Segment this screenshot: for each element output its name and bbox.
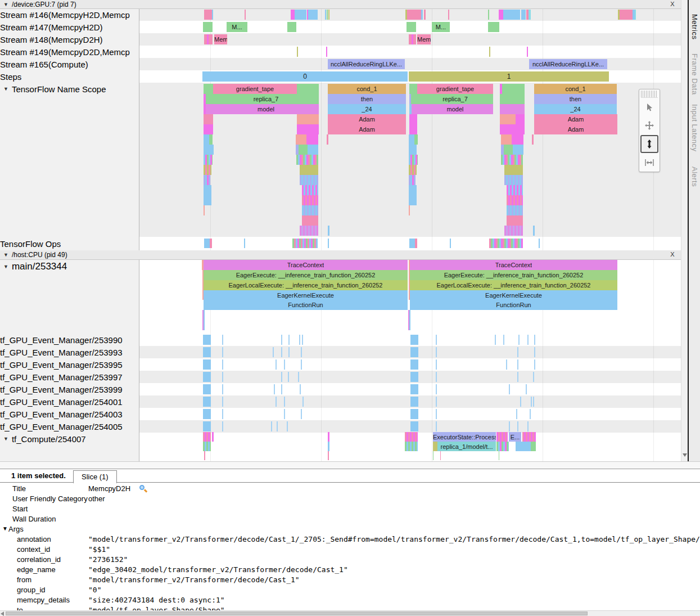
trace-event-tick[interactable]	[301, 347, 302, 357]
trace-event[interactable]: 1	[409, 71, 609, 82]
trace-event-tick[interactable]	[533, 397, 534, 407]
trace-event-tick[interactable]	[287, 421, 288, 431]
trace-event-tick[interactable]	[302, 397, 304, 407]
trace-event-tick[interactable]	[527, 421, 529, 431]
trace-event[interactable]	[409, 165, 417, 175]
trace-event[interactable]	[499, 451, 499, 460]
trace-event[interactable]	[326, 47, 327, 57]
trace-event[interactable]	[295, 10, 306, 20]
trace-event-tick[interactable]	[436, 347, 437, 357]
trace-event[interactable]	[297, 47, 298, 57]
trace-event[interactable]	[496, 432, 508, 442]
trace-event-tick[interactable]	[288, 335, 290, 345]
trace-event[interactable]: ExecutorState::Process	[433, 432, 496, 442]
trace-event[interactable]	[488, 22, 499, 32]
trace-event[interactable]	[440, 451, 441, 460]
trace-event[interactable]	[328, 442, 329, 451]
gpu-section-header[interactable]: ▼ /device:GPU:7 (pid 7) X	[0, 0, 681, 9]
trace-event[interactable]	[204, 195, 211, 205]
trace-event[interactable]	[203, 22, 213, 32]
trace-event[interactable]: ncclAllReduceRingLLKe...	[328, 59, 405, 69]
trace-event[interactable]	[412, 104, 417, 114]
trace-event[interactable]	[501, 134, 512, 145]
trace-event[interactable]	[504, 226, 523, 236]
trace-event[interactable]	[328, 226, 329, 236]
trace-event[interactable]	[410, 384, 418, 394]
trace-event-tick[interactable]	[534, 347, 535, 357]
trace-event-tick[interactable]	[530, 409, 531, 419]
trace-event[interactable]	[529, 10, 531, 20]
trace-event[interactable]	[203, 335, 211, 345]
trace-event-tick[interactable]	[517, 372, 518, 382]
trace-event-tick[interactable]	[436, 359, 437, 370]
trace-event[interactable]	[204, 155, 213, 165]
trace-event[interactable]	[300, 165, 318, 175]
trace-event[interactable]: then	[534, 94, 617, 104]
collapse-arrow-icon[interactable]: ▼	[3, 264, 8, 269]
trace-event-tick[interactable]	[436, 372, 437, 382]
trace-event-tick[interactable]	[527, 335, 529, 345]
close-icon[interactable]: X	[669, 251, 676, 258]
trace-event[interactable]	[421, 10, 423, 20]
trace-event[interactable]	[415, 239, 417, 248]
trace-event[interactable]	[499, 10, 503, 20]
tab-slice[interactable]: Slice (1)	[73, 470, 117, 483]
trace-event[interactable]: Adam	[534, 114, 617, 124]
trace-event[interactable]	[410, 347, 418, 357]
trace-event[interactable]	[300, 226, 318, 236]
trace-event-tick[interactable]	[222, 372, 223, 382]
scrollbar-thumb[interactable]	[6, 611, 588, 615]
trace-event-tick[interactable]	[534, 359, 535, 370]
trace-event-tick[interactable]	[495, 335, 496, 345]
collapse-arrow-icon[interactable]: ▼	[3, 252, 8, 258]
collapse-arrow-icon[interactable]: ▼	[3, 2, 8, 7]
trace-event-tick[interactable]	[284, 409, 285, 419]
vertical-scrollbar[interactable]	[681, 0, 688, 461]
scroll-left-arrow-icon[interactable]	[1, 611, 4, 616]
trace-event[interactable]: gradient_tape	[417, 84, 493, 94]
trace-event[interactable]	[328, 451, 329, 460]
trace-event[interactable]	[203, 397, 211, 407]
trace-event[interactable]	[411, 94, 417, 104]
trace-event[interactable]	[210, 239, 212, 248]
trace-event-tick[interactable]	[301, 359, 302, 370]
trace-event[interactable]	[410, 421, 418, 431]
trace-event[interactable]: EagerLocalExecute: __inference_train_fun…	[204, 280, 408, 290]
trace-event-tick[interactable]	[276, 397, 277, 407]
trace-event-tick[interactable]	[276, 359, 277, 370]
trace-event[interactable]	[507, 185, 523, 195]
trace-event[interactable]	[450, 239, 451, 248]
trace-event-tick[interactable]	[281, 372, 282, 382]
trace-event[interactable]: ncclAllReduceRingLLKe...	[529, 59, 607, 69]
trace-event[interactable]	[296, 155, 318, 165]
trace-event[interactable]	[448, 10, 449, 20]
trace-event[interactable]	[203, 372, 211, 382]
trace-event-tick[interactable]	[436, 409, 437, 419]
cpu-section-header[interactable]: ▼ /host:CPU (pid 49) X	[0, 250, 681, 260]
trace-event[interactable]	[297, 114, 319, 124]
horizontal-scrollbar[interactable]	[0, 610, 700, 616]
trace-event-tick[interactable]	[531, 397, 532, 407]
trace-event[interactable]	[287, 22, 296, 32]
trace-event[interactable]	[507, 205, 523, 215]
trace-event[interactable]	[488, 10, 489, 20]
trace-event[interactable]	[503, 10, 520, 20]
palette-grip[interactable]	[641, 91, 658, 98]
trace-event[interactable]	[297, 84, 319, 94]
trace-event[interactable]	[302, 195, 318, 205]
trace-event[interactable]	[308, 10, 318, 20]
trace-event[interactable]: Adam	[534, 124, 617, 134]
trace-event-tick[interactable]	[222, 384, 223, 394]
trace-event[interactable]	[500, 94, 525, 104]
trace-event[interactable]	[496, 442, 509, 451]
trace-event[interactable]	[204, 145, 214, 155]
trace-event[interactable]	[409, 195, 417, 205]
trace-event-tick[interactable]	[509, 384, 510, 394]
trace-event[interactable]	[292, 239, 318, 248]
trace-event-tick[interactable]	[298, 372, 299, 382]
tab-alerts[interactable]: Alerts	[690, 167, 699, 187]
tab-metrics[interactable]: Metrics	[690, 14, 699, 39]
trace-event[interactable]	[306, 134, 318, 145]
trace-event[interactable]	[405, 442, 418, 451]
trace-event[interactable]: 0	[202, 71, 408, 82]
